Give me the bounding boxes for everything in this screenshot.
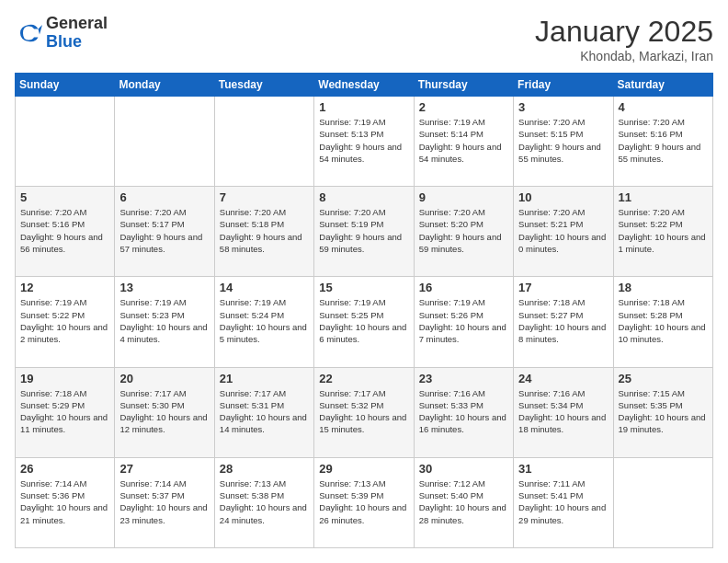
calendar-cell: 3Sunrise: 7:20 AM Sunset: 5:15 PM Daylig… xyxy=(514,97,613,187)
day-number: 6 xyxy=(119,190,209,204)
day-info: Sunrise: 7:18 AM Sunset: 5:29 PM Dayligh… xyxy=(20,387,109,436)
day-number: 18 xyxy=(619,281,708,294)
calendar-cell xyxy=(115,97,214,187)
day-number: 14 xyxy=(220,281,309,294)
calendar-cell: 1Sunrise: 7:19 AM Sunset: 5:13 PM Daylig… xyxy=(314,97,414,187)
day-number: 16 xyxy=(419,281,508,294)
day-number: 30 xyxy=(419,462,508,476)
day-info: Sunrise: 7:17 AM Sunset: 5:30 PM Dayligh… xyxy=(119,387,209,436)
day-number: 25 xyxy=(619,372,708,385)
day-info: Sunrise: 7:19 AM Sunset: 5:14 PM Dayligh… xyxy=(419,116,508,165)
day-number: 26 xyxy=(20,462,109,476)
calendar-cell xyxy=(214,97,313,187)
calendar-cell: 9Sunrise: 7:20 AM Sunset: 5:20 PM Daylig… xyxy=(414,187,513,277)
calendar-cell: 5Sunrise: 7:20 AM Sunset: 5:16 PM Daylig… xyxy=(16,187,115,277)
day-info: Sunrise: 7:19 AM Sunset: 5:25 PM Dayligh… xyxy=(319,296,408,345)
day-info: Sunrise: 7:18 AM Sunset: 5:27 PM Dayligh… xyxy=(518,296,608,345)
day-info: Sunrise: 7:18 AM Sunset: 5:28 PM Dayligh… xyxy=(619,296,708,345)
day-info: Sunrise: 7:20 AM Sunset: 5:16 PM Dayligh… xyxy=(619,116,708,165)
day-number: 12 xyxy=(20,281,109,294)
day-number: 31 xyxy=(518,462,608,476)
day-info: Sunrise: 7:14 AM Sunset: 5:37 PM Dayligh… xyxy=(119,477,209,526)
calendar-cell: 28Sunrise: 7:13 AM Sunset: 5:38 PM Dayli… xyxy=(214,457,313,547)
day-info: Sunrise: 7:20 AM Sunset: 5:22 PM Dayligh… xyxy=(619,206,708,255)
day-info: Sunrise: 7:20 AM Sunset: 5:19 PM Dayligh… xyxy=(319,206,408,255)
calendar-week-5: 26Sunrise: 7:14 AM Sunset: 5:36 PM Dayli… xyxy=(16,457,713,547)
logo-icon xyxy=(15,19,42,47)
day-number: 17 xyxy=(518,281,608,294)
calendar-cell: 7Sunrise: 7:20 AM Sunset: 5:18 PM Daylig… xyxy=(214,187,313,277)
calendar-cell: 31Sunrise: 7:11 AM Sunset: 5:41 PM Dayli… xyxy=(514,457,613,547)
calendar-cell: 17Sunrise: 7:18 AM Sunset: 5:27 PM Dayli… xyxy=(514,277,613,367)
day-info: Sunrise: 7:12 AM Sunset: 5:40 PM Dayligh… xyxy=(419,477,508,526)
calendar-cell: 2Sunrise: 7:19 AM Sunset: 5:14 PM Daylig… xyxy=(414,97,513,187)
day-number: 1 xyxy=(319,100,408,114)
calendar-cell: 20Sunrise: 7:17 AM Sunset: 5:30 PM Dayli… xyxy=(115,367,214,457)
day-info: Sunrise: 7:14 AM Sunset: 5:36 PM Dayligh… xyxy=(20,477,109,526)
day-number: 8 xyxy=(319,190,408,204)
day-info: Sunrise: 7:19 AM Sunset: 5:24 PM Dayligh… xyxy=(220,296,309,345)
day-info: Sunrise: 7:15 AM Sunset: 5:35 PM Dayligh… xyxy=(619,387,708,436)
calendar-week-4: 19Sunrise: 7:18 AM Sunset: 5:29 PM Dayli… xyxy=(16,367,713,457)
calendar-cell: 18Sunrise: 7:18 AM Sunset: 5:28 PM Dayli… xyxy=(613,277,712,367)
day-number: 4 xyxy=(619,100,708,114)
day-info: Sunrise: 7:20 AM Sunset: 5:17 PM Dayligh… xyxy=(119,206,209,255)
calendar-cell: 29Sunrise: 7:13 AM Sunset: 5:39 PM Dayli… xyxy=(314,457,414,547)
day-number: 20 xyxy=(119,372,209,385)
calendar-cell: 27Sunrise: 7:14 AM Sunset: 5:37 PM Dayli… xyxy=(115,457,214,547)
title-area: January 2025 Khondab, Markazi, Iran xyxy=(535,15,713,63)
calendar-cell: 14Sunrise: 7:19 AM Sunset: 5:24 PM Dayli… xyxy=(214,277,313,367)
calendar-subtitle: Khondab, Markazi, Iran xyxy=(535,49,713,63)
day-number: 28 xyxy=(220,462,309,476)
calendar-cell: 22Sunrise: 7:17 AM Sunset: 5:32 PM Dayli… xyxy=(314,367,414,457)
calendar-cell: 8Sunrise: 7:20 AM Sunset: 5:19 PM Daylig… xyxy=(314,187,414,277)
day-info: Sunrise: 7:19 AM Sunset: 5:23 PM Dayligh… xyxy=(119,296,209,345)
day-number: 11 xyxy=(619,190,708,204)
calendar-week-2: 5Sunrise: 7:20 AM Sunset: 5:16 PM Daylig… xyxy=(16,187,713,277)
calendar-cell: 6Sunrise: 7:20 AM Sunset: 5:17 PM Daylig… xyxy=(115,187,214,277)
calendar-table: Sunday Monday Tuesday Wednesday Thursday… xyxy=(15,73,713,548)
logo-general: General xyxy=(46,15,108,33)
day-info: Sunrise: 7:17 AM Sunset: 5:32 PM Dayligh… xyxy=(319,387,408,436)
day-number: 15 xyxy=(319,281,408,294)
calendar-header-row: Sunday Monday Tuesday Wednesday Thursday… xyxy=(16,74,713,97)
col-thursday: Thursday xyxy=(414,74,513,97)
calendar-title: January 2025 xyxy=(535,15,713,49)
calendar-cell: 16Sunrise: 7:19 AM Sunset: 5:26 PM Dayli… xyxy=(414,277,513,367)
day-info: Sunrise: 7:20 AM Sunset: 5:15 PM Dayligh… xyxy=(518,116,608,165)
day-info: Sunrise: 7:20 AM Sunset: 5:21 PM Dayligh… xyxy=(518,206,608,255)
calendar-cell: 12Sunrise: 7:19 AM Sunset: 5:22 PM Dayli… xyxy=(16,277,115,367)
calendar-cell xyxy=(16,97,115,187)
day-number: 10 xyxy=(518,190,608,204)
calendar-week-1: 1Sunrise: 7:19 AM Sunset: 5:13 PM Daylig… xyxy=(16,97,713,187)
calendar-cell: 24Sunrise: 7:16 AM Sunset: 5:34 PM Dayli… xyxy=(514,367,613,457)
day-info: Sunrise: 7:16 AM Sunset: 5:34 PM Dayligh… xyxy=(518,387,608,436)
calendar-cell: 11Sunrise: 7:20 AM Sunset: 5:22 PM Dayli… xyxy=(613,187,712,277)
day-info: Sunrise: 7:17 AM Sunset: 5:31 PM Dayligh… xyxy=(220,387,309,436)
calendar-cell: 13Sunrise: 7:19 AM Sunset: 5:23 PM Dayli… xyxy=(115,277,214,367)
calendar-cell: 30Sunrise: 7:12 AM Sunset: 5:40 PM Dayli… xyxy=(414,457,513,547)
col-wednesday: Wednesday xyxy=(314,74,414,97)
day-number: 29 xyxy=(319,462,408,476)
calendar-cell: 4Sunrise: 7:20 AM Sunset: 5:16 PM Daylig… xyxy=(613,97,712,187)
calendar-cell: 15Sunrise: 7:19 AM Sunset: 5:25 PM Dayli… xyxy=(314,277,414,367)
calendar-cell: 21Sunrise: 7:17 AM Sunset: 5:31 PM Dayli… xyxy=(214,367,313,457)
logo-blue: Blue xyxy=(46,33,108,52)
day-info: Sunrise: 7:20 AM Sunset: 5:18 PM Dayligh… xyxy=(220,206,309,255)
calendar-cell: 26Sunrise: 7:14 AM Sunset: 5:36 PM Dayli… xyxy=(16,457,115,547)
day-info: Sunrise: 7:13 AM Sunset: 5:38 PM Dayligh… xyxy=(220,477,309,526)
day-info: Sunrise: 7:13 AM Sunset: 5:39 PM Dayligh… xyxy=(319,477,408,526)
day-number: 24 xyxy=(518,372,608,385)
day-number: 23 xyxy=(419,372,508,385)
day-number: 5 xyxy=(20,190,109,204)
day-number: 2 xyxy=(419,100,508,114)
calendar-cell: 10Sunrise: 7:20 AM Sunset: 5:21 PM Dayli… xyxy=(514,187,613,277)
logo: General Blue xyxy=(15,15,108,52)
calendar-cell: 19Sunrise: 7:18 AM Sunset: 5:29 PM Dayli… xyxy=(16,367,115,457)
day-number: 7 xyxy=(220,190,309,204)
col-sunday: Sunday xyxy=(16,74,115,97)
col-tuesday: Tuesday xyxy=(214,74,313,97)
day-info: Sunrise: 7:19 AM Sunset: 5:26 PM Dayligh… xyxy=(419,296,508,345)
calendar-week-3: 12Sunrise: 7:19 AM Sunset: 5:22 PM Dayli… xyxy=(16,277,713,367)
col-friday: Friday xyxy=(514,74,613,97)
